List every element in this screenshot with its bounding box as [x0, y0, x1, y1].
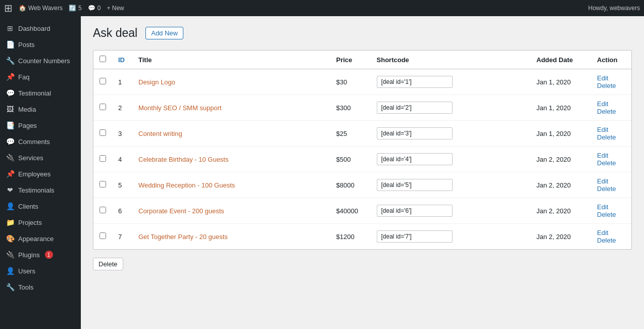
row-price: $500: [330, 147, 371, 172]
row-actions: Edit Delete: [591, 69, 631, 95]
header-checkbox-cell: [93, 51, 112, 69]
edit-link[interactable]: Edit: [597, 203, 625, 211]
sidebar-item-counter-numbers[interactable]: 🔧 Counter Numbers: [0, 53, 81, 69]
tools-icon: 🔧: [6, 283, 14, 291]
sidebar-label-faq: Faq: [18, 73, 29, 81]
row-actions: Edit Delete: [591, 95, 631, 121]
shortcode-input[interactable]: [377, 153, 453, 165]
title-link[interactable]: Get Together Party - 20 guests: [138, 233, 228, 241]
sidebar-item-tools[interactable]: 🔧 Tools: [0, 279, 81, 295]
delete-link[interactable]: Delete: [597, 159, 625, 167]
sidebar-item-posts[interactable]: 📄 Posts: [0, 36, 81, 53]
shortcode-input[interactable]: [377, 76, 453, 88]
sidebar-label-testimonials: Testimonials: [18, 186, 55, 194]
sidebar-label-comments: Comments: [18, 138, 50, 146]
comments-link[interactable]: 💬 0: [88, 5, 101, 12]
sidebar-item-faq[interactable]: 📌 Faq: [0, 69, 81, 85]
delete-link[interactable]: Delete: [597, 82, 625, 89]
shortcode-input[interactable]: [377, 127, 453, 139]
row-price: $8000: [330, 172, 371, 198]
site-name-link[interactable]: 🏠 Web Wavers: [19, 5, 63, 12]
row-checkbox[interactable]: [100, 155, 106, 162]
delete-button-wrap: Delete: [93, 258, 632, 270]
header-price: Price: [330, 51, 371, 69]
select-all-checkbox[interactable]: [100, 56, 106, 62]
row-actions: Edit Delete: [591, 147, 631, 172]
sidebar-label-projects: Projects: [18, 219, 42, 226]
delete-button[interactable]: Delete: [93, 258, 123, 270]
row-title: Celebrate Birthday - 10 Guests: [132, 147, 330, 172]
updates-link[interactable]: 🔄 5: [69, 5, 82, 12]
sidebar-label-services: Services: [18, 154, 43, 162]
row-id: 3: [112, 121, 132, 147]
row-checkbox-cell: [93, 172, 112, 198]
row-checkbox[interactable]: [100, 207, 106, 213]
sidebar-item-pages[interactable]: 📑 Pages: [0, 117, 81, 133]
row-checkbox[interactable]: [100, 78, 106, 84]
sidebar-label-media: Media: [18, 106, 36, 113]
title-link[interactable]: Design Logo: [138, 78, 175, 86]
row-actions: Edit Delete: [591, 172, 631, 198]
title-link[interactable]: Content writing: [138, 130, 182, 137]
sidebar-item-media[interactable]: 🖼 Media: [0, 101, 81, 117]
edit-link[interactable]: Edit: [597, 126, 625, 133]
sidebar-item-comments[interactable]: 💬 Comments: [0, 133, 81, 150]
table-row: 5 Wedding Reception - 100 Guests $8000 J…: [93, 172, 631, 198]
row-title: Design Logo: [132, 69, 330, 95]
title-link[interactable]: Wedding Reception - 100 Guests: [138, 181, 235, 189]
row-date: Jan 2, 2020: [530, 172, 591, 198]
media-icon: 🖼: [6, 105, 14, 113]
sidebar-item-testimonials[interactable]: ❤ Testimonials: [0, 182, 81, 198]
title-link[interactable]: Corporate Event - 200 guests: [138, 207, 224, 215]
title-link[interactable]: Celebrate Birthday - 10 Guests: [138, 156, 228, 163]
header-added-date: Added Date: [530, 51, 591, 69]
services-icon: 🔌: [6, 154, 14, 162]
delete-link[interactable]: Delete: [597, 211, 625, 218]
row-shortcode: [371, 95, 530, 121]
row-checkbox[interactable]: [100, 104, 106, 110]
add-new-button[interactable]: Add New: [145, 27, 183, 39]
edit-link[interactable]: Edit: [597, 100, 625, 108]
sidebar-label-tools: Tools: [18, 284, 33, 291]
edit-link[interactable]: Edit: [597, 177, 625, 185]
row-checkbox[interactable]: [100, 232, 106, 239]
sidebar-item-appearance[interactable]: 🎨 Appearance: [0, 230, 81, 247]
new-content-link[interactable]: + New: [107, 5, 124, 12]
edit-link[interactable]: Edit: [597, 152, 625, 159]
sidebar-item-clients[interactable]: 👤 Clients: [0, 198, 81, 214]
sidebar-item-plugins[interactable]: 🔌 Plugins 1: [0, 247, 81, 263]
shortcode-input[interactable]: [377, 230, 453, 243]
sidebar-item-testimonial[interactable]: 💬 Testimonial: [0, 85, 81, 101]
shortcode-input[interactable]: [377, 102, 453, 114]
delete-link[interactable]: Delete: [597, 185, 625, 193]
header-id[interactable]: ID: [112, 51, 132, 69]
header-action: Action: [591, 51, 631, 69]
row-checkbox[interactable]: [100, 181, 106, 187]
table-body: 1 Design Logo $30 Jan 1, 2020 Edit Delet…: [93, 69, 631, 250]
sidebar-item-services[interactable]: 🔌 Services: [0, 150, 81, 166]
sidebar-item-dashboard[interactable]: ⊞ Dashboard: [0, 20, 81, 36]
delete-link[interactable]: Delete: [597, 237, 625, 244]
sidebar-item-projects[interactable]: 📁 Projects: [0, 214, 81, 230]
shortcode-input[interactable]: [377, 179, 453, 191]
deals-table-container: ID Title Price Shortcode Added Date Acti…: [93, 50, 632, 250]
projects-icon: 📁: [6, 218, 14, 226]
table-row: 2 Monthly SEO / SMM support $300 Jan 1, …: [93, 95, 631, 121]
shortcode-input[interactable]: [377, 205, 453, 217]
sidebar-label-employees: Employees: [18, 170, 51, 178]
main-content: Ask deal Add New ID Title Price Shortcod…: [81, 16, 644, 329]
edit-link[interactable]: Edit: [597, 229, 625, 237]
header-title: Title: [132, 51, 330, 69]
clients-icon: 👤: [6, 202, 14, 210]
wp-logo[interactable]: ⊞: [4, 2, 13, 14]
title-link[interactable]: Monthly SEO / SMM support: [138, 104, 222, 112]
sidebar-label-counter-numbers: Counter Numbers: [18, 57, 70, 65]
delete-link[interactable]: Delete: [597, 133, 625, 141]
delete-link[interactable]: Delete: [597, 108, 625, 115]
sidebar: ⊞ Dashboard 📄 Posts 🔧 Counter Numbers 📌 …: [0, 16, 81, 329]
sidebar-item-users[interactable]: 👤 Users: [0, 263, 81, 279]
row-checkbox[interactable]: [100, 129, 106, 136]
sidebar-item-employees[interactable]: 📌 Employees: [0, 166, 81, 182]
edit-link[interactable]: Edit: [597, 74, 625, 82]
row-id: 1: [112, 69, 132, 95]
